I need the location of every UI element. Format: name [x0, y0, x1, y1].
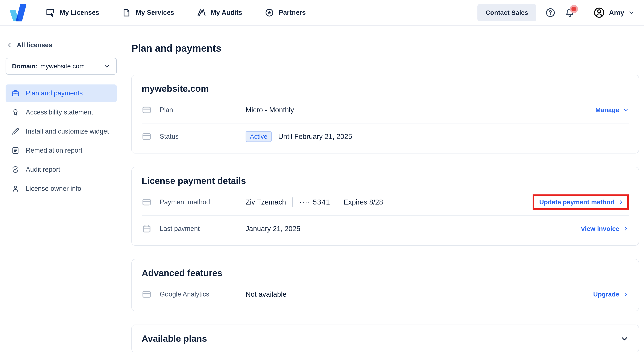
page-title: Plan and payments [132, 42, 639, 54]
manage-label: Manage [595, 106, 619, 114]
card-last4: ···· 5341 [299, 198, 330, 206]
domain-selector[interactable]: Domain: mywebsite.com [6, 58, 117, 75]
avatar-icon [593, 7, 605, 18]
google-analytics-label: Google Analytics [160, 291, 246, 298]
licenses-icon [46, 8, 55, 17]
upgrade-link[interactable]: Upgrade [593, 291, 629, 298]
available-plans-card[interactable]: Available plans [132, 325, 639, 352]
payment-method-label: Payment method [160, 198, 246, 206]
header-divider [584, 6, 584, 19]
nav-partners[interactable]: Partners [265, 8, 306, 17]
value-separator [292, 197, 293, 207]
status-badge: Active [246, 131, 272, 142]
credit-card-icon [142, 289, 152, 299]
report-document-icon [11, 146, 20, 155]
credit-card-icon [142, 105, 152, 115]
nav-my-licenses[interactable]: My Licenses [46, 8, 99, 17]
back-label: All licenses [17, 41, 52, 49]
sidebar-item-label: Audit report [26, 166, 60, 174]
briefcase-icon [11, 89, 20, 98]
chevron-right-icon [623, 291, 629, 297]
chevron-right-icon [623, 226, 629, 232]
payment-method-row: Payment method Ziv Tzemach ···· 5341 Exp… [132, 191, 639, 213]
person-icon [11, 184, 20, 193]
features-card: Advanced features Google Analytics Not a… [132, 259, 639, 311]
plan-row: Plan Micro - Monthly Manage [132, 99, 639, 121]
back-all-licenses[interactable]: All licenses [6, 41, 117, 49]
chevron-down-icon [623, 107, 629, 113]
sidebar-item-label: Install and customize widget [26, 128, 109, 135]
nav-label: My Licenses [60, 9, 99, 16]
last-payment-row: Last payment January 21, 2025 View invoi… [132, 218, 639, 240]
row-divider [142, 215, 629, 216]
nav-my-services[interactable]: My Services [122, 8, 174, 17]
award-ribbon-icon [11, 108, 20, 117]
upgrade-label: Upgrade [593, 291, 619, 298]
sidebar-nav: Plan and payments Accessibility statemen… [6, 84, 117, 197]
nav-label: Partners [279, 9, 306, 16]
contact-sales-button[interactable]: Contact Sales [478, 4, 536, 21]
status-row: Status Active Until February 21, 2025 [132, 126, 639, 148]
view-invoice-label: View invoice [581, 225, 619, 232]
sidebar-item-install-widget[interactable]: Install and customize widget [6, 123, 117, 140]
chevron-down-icon [104, 63, 110, 70]
payer-name: Ziv Tzemach [246, 198, 286, 206]
card-expiry: Expires 8/28 [344, 198, 383, 206]
features-card-title: Advanced features [132, 268, 639, 278]
domain-card-title: mywebsite.com [132, 84, 639, 94]
sidebar-item-accessibility-statement[interactable]: Accessibility statement [6, 104, 117, 121]
row-divider [142, 123, 629, 124]
domain-value: mywebsite.com [40, 63, 85, 70]
main-content: Plan and payments mywebsite.com Plan Mic… [122, 26, 644, 352]
top-nav: My Licenses My Services [0, 0, 644, 26]
sidebar: All licenses Domain: mywebsite.com [0, 26, 122, 352]
notification-dot [570, 5, 578, 13]
nav-label: My Audits [211, 9, 242, 16]
audits-icon [197, 8, 206, 17]
sidebar-item-license-owner-info[interactable]: License owner info [6, 180, 117, 197]
status-until: Until February 21, 2025 [278, 133, 352, 141]
view-invoice-link[interactable]: View invoice [581, 225, 629, 232]
credit-card-icon [142, 197, 152, 207]
sidebar-item-remediation-report[interactable]: Remediation report [6, 142, 117, 159]
sidebar-item-plan-and-payments[interactable]: Plan and payments [6, 84, 117, 102]
partners-star-icon [265, 8, 274, 17]
nav-my-audits[interactable]: My Audits [197, 8, 242, 17]
payment-card: License payment details Payment method Z… [132, 167, 639, 246]
chevron-down-icon [628, 9, 634, 16]
sidebar-item-label: Plan and payments [26, 89, 83, 97]
primary-nav: My Licenses My Services [46, 8, 306, 17]
sidebar-item-label: Remediation report [26, 147, 82, 154]
sidebar-item-audit-report[interactable]: Audit report [6, 161, 117, 178]
manage-dropdown[interactable]: Manage [595, 106, 629, 114]
plan-label: Plan [160, 106, 246, 114]
last-payment-label: Last payment [160, 225, 246, 233]
app-window: My Licenses My Services [0, 0, 644, 352]
sidebar-item-label: Accessibility statement [26, 109, 93, 116]
chevron-down-icon[interactable] [620, 335, 629, 343]
domain-card: mywebsite.com Plan Micro - Monthly Manag… [132, 75, 639, 154]
chevron-left-icon [6, 42, 13, 48]
nav-label: My Services [136, 9, 174, 16]
update-payment-method-link[interactable]: Update payment method [539, 198, 624, 206]
plan-value: Micro - Monthly [246, 106, 294, 114]
update-payment-method-label: Update payment method [539, 198, 614, 206]
shield-check-icon [11, 165, 20, 174]
available-plans-title: Available plans [142, 334, 207, 344]
last-payment-value: January 21, 2025 [246, 225, 300, 233]
services-icon [122, 8, 131, 17]
notifications-button[interactable] [564, 7, 575, 18]
sidebar-item-label: License owner info [26, 185, 81, 192]
google-analytics-row: Google Analytics Not available Upgrade [132, 283, 639, 305]
header-actions: Contact Sales [478, 4, 634, 21]
chevron-right-icon [618, 199, 624, 205]
value-separator [337, 197, 337, 207]
calendar-icon [142, 224, 152, 234]
annotation-highlight-box: Update payment method [532, 194, 629, 210]
help-button[interactable] [545, 7, 556, 18]
user-menu[interactable]: Amy [593, 7, 634, 18]
brand-logo[interactable] [8, 3, 29, 22]
pencil-icon [11, 127, 20, 136]
payment-card-title: License payment details [132, 176, 639, 186]
domain-prefix: Domain: [12, 63, 38, 70]
